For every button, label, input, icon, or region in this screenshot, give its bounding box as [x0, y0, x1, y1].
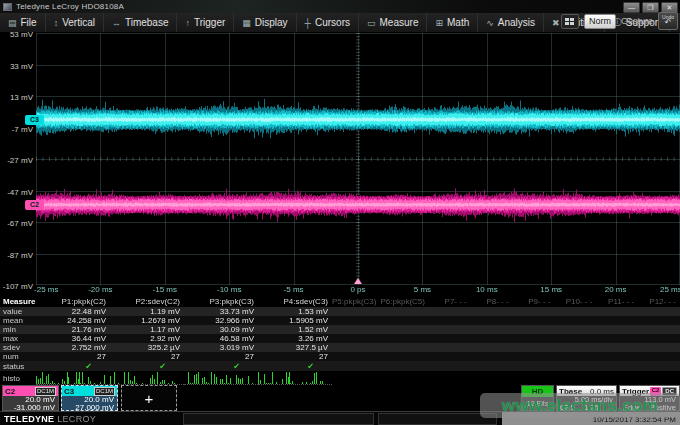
measure-min-p2: 1.17 mV: [110, 325, 184, 334]
histicon-p5: [332, 371, 380, 385]
trace-marker-c2[interactable]: C2: [25, 200, 44, 210]
gesture-button[interactable]: Gesture: [621, 16, 653, 26]
histogram-sparkline-p2: [110, 372, 180, 384]
footer-slot: [378, 413, 497, 425]
menu-item-math[interactable]: ⊞Math: [427, 13, 478, 32]
histicon-p6: [380, 371, 428, 385]
measure-min-p8: [471, 325, 513, 334]
menu-item-measure[interactable]: ▭Measure: [359, 13, 427, 32]
display-icon: ▦: [242, 18, 251, 28]
measure-sdev-p6: [380, 343, 428, 352]
param-header-p4[interactable]: P4:sdev(C3): [258, 296, 332, 307]
histicon-p7: [429, 371, 471, 385]
param-header-p10[interactable]: P10- - -: [554, 296, 596, 307]
menu-item-label: Analysis: [498, 17, 535, 28]
measure-value-p9: [513, 307, 555, 316]
trigger-position-marker[interactable]: [354, 278, 362, 284]
measure-min-p5: [332, 325, 380, 334]
row-label-num: num: [0, 352, 36, 361]
measure-max-p10: [554, 334, 596, 343]
brand-teledyne: TELEDYNE: [4, 414, 54, 424]
status-p9: [513, 361, 555, 371]
status-p5: [332, 361, 380, 371]
waveform-display[interactable]: 53 mV33 mV13 mV-7 mV-27 mV-47 mV-67 mV-8…: [0, 33, 680, 296]
menu-item-vertical[interactable]: ↕Vertical: [46, 13, 104, 32]
measure-min-p9: [513, 325, 555, 334]
measure-mean-p11: [596, 316, 638, 325]
x-axis-tick-label: 10 ms: [476, 285, 498, 294]
measure-min-p10: [554, 325, 596, 334]
row-label-status: status: [0, 361, 36, 371]
row-label-min: min: [0, 325, 36, 334]
menu-item-label: Math: [447, 17, 469, 28]
y-axis-tick-label: 33 mV: [10, 61, 33, 70]
measure-sdev-p2: 325.2 µV: [110, 343, 184, 352]
trigger-mode-norm-button[interactable]: Norm: [584, 14, 616, 29]
measure-num-p6: [380, 352, 428, 361]
param-header-p11[interactable]: P11- - -: [596, 296, 638, 307]
undo-button[interactable]: Undo ↶: [658, 12, 678, 30]
measure-sdev-p7: [429, 343, 471, 352]
add-channel-button[interactable]: +: [121, 385, 177, 411]
param-header-p1[interactable]: P1:pkpk(C2): [36, 296, 110, 307]
measure-table: MeasureP1:pkpk(C2)P2:sdev(C2)P3:pkpk(C3)…: [0, 296, 680, 385]
x-axis-tick-label: -15 ms: [153, 285, 177, 294]
measure-min-p4: 1.52 mV: [258, 325, 332, 334]
row-label-histo: histo: [0, 371, 36, 385]
channel-descriptor-c3[interactable]: C3 DC1M 20.0 mV 27.000 mV: [61, 385, 118, 411]
status-p10: [554, 361, 596, 371]
measure-value-p2: 1.19 mV: [110, 307, 184, 316]
param-header-p8[interactable]: P8- - -: [471, 296, 513, 307]
row-label-value: value: [0, 307, 36, 316]
menu-item-label: File: [21, 17, 37, 28]
histicon-p9: [513, 371, 555, 385]
histicon-p4: [258, 371, 332, 385]
menu-item-display[interactable]: ▦Display: [234, 13, 296, 32]
measure-num-p3: 27: [184, 352, 258, 361]
measure-num-p10: [554, 352, 596, 361]
channel-c3-label: C3: [64, 387, 74, 396]
param-header-p2[interactable]: P2:sdev(C2): [110, 296, 184, 307]
measure-mean-p10: [554, 316, 596, 325]
measure-max-p9: [513, 334, 555, 343]
menu-item-cursors[interactable]: ┼Cursors: [297, 13, 359, 32]
measure-icon: ▭: [367, 18, 376, 28]
status-p3: ✔: [184, 361, 258, 371]
menu-item-trigger[interactable]: ↑Trigger: [177, 13, 234, 32]
file-icon: ▤: [8, 18, 17, 28]
histogram-sparkline-p3: [184, 372, 254, 384]
measure-value-p1: 22.48 mV: [36, 307, 110, 316]
param-header-p3[interactable]: P3:pkpk(C3): [184, 296, 258, 307]
measure-value-p4: 1.53 mV: [258, 307, 332, 316]
trace-marker-c3[interactable]: C3: [25, 115, 44, 125]
param-header-p12[interactable]: P12- - -: [638, 296, 680, 307]
brand-logo: TELEDYNE LECROY: [4, 414, 96, 424]
x-axis-tick-label: -20 ms: [88, 285, 112, 294]
channel-descriptor-c2[interactable]: C2 DC1M 20.0 mV -31.000 mV: [2, 385, 59, 411]
param-header-p7[interactable]: P7- - -: [429, 296, 471, 307]
histicon-p11: [596, 371, 638, 385]
menu-item-label: Timebase: [125, 17, 169, 28]
measure-value-p5: [332, 307, 380, 316]
measure-num-p5: [332, 352, 380, 361]
measure-mean-p5: [332, 316, 380, 325]
param-header-p5[interactable]: P5:pkpk(C3): [332, 296, 380, 307]
param-header-p9[interactable]: P9- - -: [513, 296, 555, 307]
menu-item-label: Cursors: [315, 17, 350, 28]
grid-icon: [565, 18, 574, 25]
grid-layout-button[interactable]: [561, 14, 579, 29]
measure-mean-p4: 1.5905 mV: [258, 316, 332, 325]
measure-value-p10: [554, 307, 596, 316]
x-axis-tick-label: 15 ms: [540, 285, 562, 294]
menu-item-analysis[interactable]: ∿Analysis: [478, 13, 544, 32]
measure-num-p12: [638, 352, 680, 361]
histogram-sparkline-p1: [36, 372, 106, 384]
histicon-p12: [638, 371, 680, 385]
measure-mean-p1: 24.258 mV: [36, 316, 110, 325]
y-axis-tick-label: -7 mV: [12, 124, 33, 133]
histicon-p10: [554, 371, 596, 385]
menu-item-timebase[interactable]: ↔Timebase: [104, 13, 178, 32]
param-header-p6[interactable]: P6:pkpk(C5): [380, 296, 428, 307]
measure-max-p3: 46.58 mV: [184, 334, 258, 343]
waveform-canvas[interactable]: [36, 33, 680, 285]
